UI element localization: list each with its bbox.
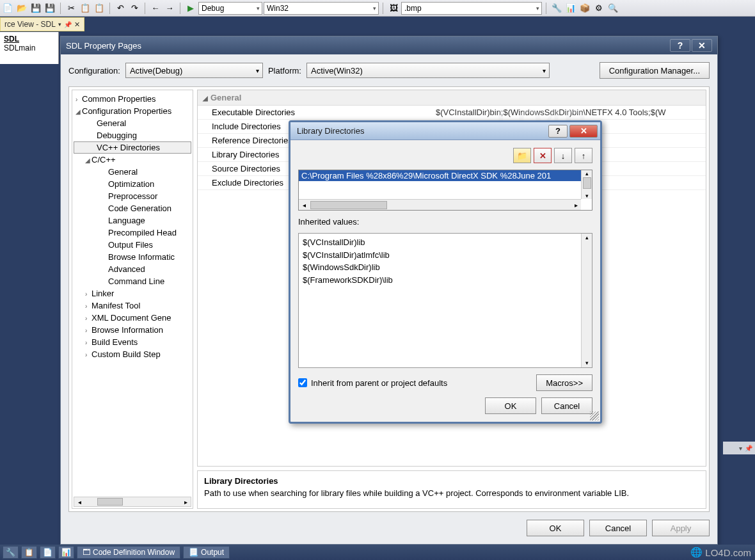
tree-browse[interactable]: ›Browse Information bbox=[74, 324, 191, 336]
tool-icon-1[interactable]: 🔧 bbox=[550, 2, 563, 15]
pin-icon[interactable]: 📌 bbox=[745, 445, 752, 452]
hscroll-right-icon[interactable]: ▸ bbox=[571, 202, 581, 209]
selected-path[interactable]: C:\Program Files %28x86%29\Microsoft Dir… bbox=[299, 170, 592, 181]
tree-vc-directories[interactable]: VC++ Directories bbox=[74, 141, 191, 154]
save-all-icon[interactable]: 💾 bbox=[44, 2, 56, 15]
copy-icon[interactable]: 📋 bbox=[79, 2, 91, 15]
code-definition-tab[interactable]: 🗔Code Definition Window bbox=[77, 546, 180, 559]
inherit-checkbox-label[interactable]: Inherit from parent or project defaults bbox=[298, 378, 447, 388]
paste-icon[interactable]: 📋 bbox=[93, 2, 106, 15]
inner-close-button[interactable]: ✕ bbox=[569, 125, 598, 138]
inner-titlebar[interactable]: Library Directories ? ✕ bbox=[290, 122, 600, 140]
scroll-right-icon[interactable]: ▸ bbox=[180, 499, 191, 506]
dialog-titlebar[interactable]: SDL Property Pages ? ✕ bbox=[61, 36, 717, 54]
path-list-box[interactable]: C:\Program Files %28x86%29\Microsoft Dir… bbox=[298, 170, 592, 211]
tree-cpp-cmdline[interactable]: Command Line bbox=[74, 275, 191, 287]
file-ext-dropdown[interactable]: .bmp bbox=[401, 2, 542, 15]
dropdown-icon[interactable]: ▾ bbox=[739, 445, 742, 452]
tree-build-events[interactable]: ›Build Events bbox=[74, 336, 191, 348]
hscroll-left-icon[interactable]: ◂ bbox=[299, 202, 309, 209]
tool-icon-3[interactable]: 📦 bbox=[578, 2, 591, 15]
resource-view-tab[interactable]: rce View - SDL ▾ 📌 ✕ bbox=[0, 17, 84, 31]
close-button[interactable]: ✕ bbox=[692, 39, 712, 52]
vscroll-thumb[interactable] bbox=[583, 177, 591, 189]
tree-linker[interactable]: ›Linker bbox=[74, 287, 191, 300]
tree-hscrollbar[interactable]: ◂ ▸ bbox=[74, 497, 191, 507]
panel-tab-row: rce View - SDL ▾ 📌 ✕ bbox=[0, 17, 755, 32]
tree-cpp-language[interactable]: Language bbox=[74, 214, 191, 227]
undo-icon[interactable]: ↶ bbox=[114, 2, 127, 15]
desc-title: Library Directories bbox=[204, 476, 699, 486]
inherit-checkbox[interactable] bbox=[298, 378, 307, 387]
open-icon[interactable]: 📂 bbox=[15, 2, 28, 15]
config-combo[interactable]: Active(Debug) bbox=[125, 63, 263, 78]
tool-icon-5[interactable]: 🔍 bbox=[607, 2, 619, 15]
prop-row[interactable]: Executable Directories$(VCInstallDir)bin… bbox=[198, 106, 706, 120]
delete-button[interactable]: ✕ bbox=[534, 148, 552, 163]
prop-label: Executable Directories bbox=[212, 108, 436, 117]
cut-icon[interactable]: ✂ bbox=[65, 2, 77, 15]
new-project-icon[interactable]: 📄 bbox=[1, 2, 14, 15]
tree-custom-build[interactable]: ›Custom Build Step bbox=[74, 348, 191, 360]
tool-icon-2[interactable]: 📊 bbox=[564, 2, 577, 15]
bottom-tab-3[interactable]: 📄 bbox=[40, 546, 56, 559]
tree-common-properties[interactable]: ›Common Properties bbox=[74, 93, 191, 105]
tree-cpp-optimization[interactable]: Optimization bbox=[74, 178, 191, 190]
inner-cancel-button[interactable]: Cancel bbox=[541, 397, 592, 414]
tree-cpp-output[interactable]: Output Files bbox=[74, 239, 191, 251]
save-icon[interactable]: 💾 bbox=[29, 2, 42, 15]
tree-config-properties[interactable]: ◢Configuration Properties bbox=[74, 105, 191, 117]
window-icon: 🗔 bbox=[83, 548, 90, 557]
nav-back-icon[interactable]: ← bbox=[149, 2, 162, 15]
bottom-tabs: 🔧 📋 📄 📊 🗔Code Definition Window 📃Output … bbox=[0, 545, 755, 560]
config-dropdown[interactable]: Debug bbox=[198, 2, 262, 15]
inner-ok-button[interactable]: OK bbox=[485, 397, 536, 414]
tree-xml[interactable]: ›XML Document Gene bbox=[74, 312, 191, 324]
list-vscroll[interactable]: ▴ ▾ bbox=[581, 170, 592, 199]
scroll-thumb[interactable] bbox=[97, 498, 123, 506]
tool-icon-4[interactable]: ⚙ bbox=[592, 2, 605, 15]
output-tab[interactable]: 📃Output bbox=[183, 546, 230, 559]
tree-cpp-preprocessor[interactable]: Preprocessor bbox=[74, 190, 191, 202]
tree-cpp[interactable]: ◢C/C++ bbox=[74, 154, 191, 166]
pin-icon[interactable]: 📌 bbox=[64, 21, 72, 28]
redo-icon[interactable]: ↷ bbox=[128, 2, 141, 15]
platform-dropdown[interactable]: Win32 bbox=[264, 2, 379, 15]
tree-cpp-browse[interactable]: Browse Informatic bbox=[74, 251, 191, 263]
dropdown-icon[interactable]: ▾ bbox=[58, 21, 61, 28]
move-up-button[interactable]: ↑ bbox=[575, 148, 592, 163]
new-line-button[interactable]: 📁 bbox=[513, 148, 531, 163]
resource-sdlmain[interactable]: SDLmain bbox=[4, 44, 54, 52]
close-icon[interactable]: ✕ bbox=[74, 20, 80, 29]
bottom-tab-4[interactable]: 📊 bbox=[58, 546, 74, 559]
nav-fwd-icon[interactable]: → bbox=[163, 2, 176, 15]
scroll-left-icon[interactable]: ◂ bbox=[74, 499, 84, 506]
tree-cpp-general[interactable]: General bbox=[74, 166, 191, 178]
macros-button[interactable]: Macros>> bbox=[536, 374, 592, 391]
hscroll-thumb[interactable] bbox=[310, 201, 387, 209]
inherited-value: $(VCInstallDir)lib bbox=[303, 236, 588, 249]
image-icon[interactable]: 🖼 bbox=[387, 2, 400, 15]
tree-cpp-pch[interactable]: Precompiled Head bbox=[74, 227, 191, 239]
help-button[interactable]: ? bbox=[670, 39, 690, 52]
list-hscroll[interactable]: ◂ ▸ bbox=[299, 199, 581, 210]
apply-button[interactable]: Apply bbox=[652, 520, 710, 536]
platform-combo[interactable]: Active(Win32) bbox=[306, 63, 550, 78]
cancel-button[interactable]: Cancel bbox=[589, 520, 647, 536]
resource-sdl[interactable]: SDL bbox=[4, 35, 54, 44]
inner-help-button[interactable]: ? bbox=[548, 125, 568, 138]
resize-grip[interactable] bbox=[590, 412, 599, 420]
props-header[interactable]: ◢General bbox=[198, 90, 706, 106]
move-down-button[interactable]: ↓ bbox=[554, 148, 572, 163]
bottom-tab-1[interactable]: 🔧 bbox=[3, 546, 19, 559]
tree-debugging[interactable]: Debugging bbox=[74, 129, 191, 141]
tree-cpp-advanced[interactable]: Advanced bbox=[74, 263, 191, 275]
tree-manifest[interactable]: ›Manifest Tool bbox=[74, 300, 191, 312]
run-icon[interactable]: ▶ bbox=[184, 2, 197, 15]
inherit-vscroll[interactable]: ▴ ▾ bbox=[581, 234, 592, 367]
bottom-tab-2[interactable]: 📋 bbox=[21, 546, 37, 559]
config-manager-button[interactable]: Configuration Manager... bbox=[600, 62, 710, 79]
tree-cpp-codegen[interactable]: Code Generation bbox=[74, 202, 191, 214]
tree-general[interactable]: General bbox=[74, 117, 191, 129]
ok-button[interactable]: OK bbox=[527, 520, 584, 536]
